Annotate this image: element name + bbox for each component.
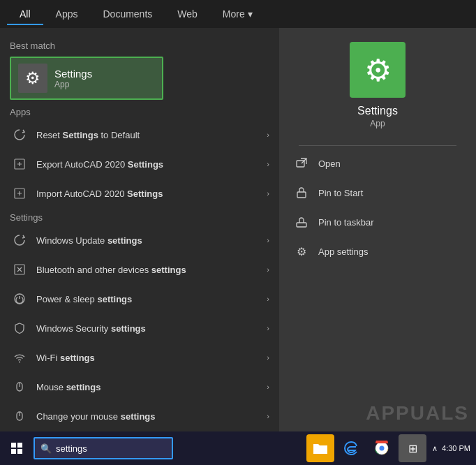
search-icon: 🔍	[40, 443, 52, 454]
wifi-text: Wi-Fi settings	[36, 353, 267, 363]
chevron-right-icon: ›	[267, 265, 269, 274]
chevron-right-icon: ›	[267, 353, 269, 362]
power-icon	[10, 289, 29, 309]
tab-documents[interactable]: Documents	[90, 3, 165, 25]
start-menu: All Apps Documents Web More ▾ Best match…	[0, 0, 476, 431]
svg-point-6	[19, 362, 20, 363]
list-item-import-settings[interactable]: Import AutoCAD 2020 Settings ›	[0, 179, 279, 208]
system-tray: ∧	[432, 444, 438, 453]
mouse-icon	[10, 377, 29, 397]
list-item-reset-settings[interactable]: Reset Settings to Default ›	[0, 120, 279, 149]
import-icon	[10, 184, 29, 203]
list-item-windows-security[interactable]: Windows Security settings ›	[0, 313, 279, 343]
svg-rect-14	[297, 223, 306, 227]
best-match-app-type: App	[54, 80, 92, 89]
chevron-right-icon: ›	[267, 324, 269, 332]
taskbar: 🔍 ⊞ ∧ 4:30 PM	[0, 431, 476, 465]
search-input[interactable]	[56, 443, 154, 454]
nav-tabs: All Apps Documents Web More ▾	[0, 0, 476, 28]
gear-icon: ⚙	[25, 68, 40, 88]
svg-line-12	[302, 159, 306, 164]
list-item-export-settings[interactable]: Export AutoCAD 2020 Settings ›	[0, 149, 279, 179]
best-match-text: Settings App	[54, 68, 92, 89]
list-item-change-mouse[interactable]: Change your mouse settings ›	[0, 401, 279, 431]
bluetooth-icon	[10, 260, 29, 279]
best-match-app-name: Settings	[54, 68, 92, 80]
taskbar-system: ∧ 4:30 PM	[432, 444, 476, 453]
export-icon	[10, 154, 29, 174]
edge-browser-icon[interactable]	[337, 434, 365, 462]
chevron-right-icon: ›	[267, 295, 269, 303]
change-mouse-icon	[10, 406, 29, 426]
settings-section-label: Settings	[0, 208, 279, 226]
wifi-icon	[10, 348, 29, 367]
clock: 4:30 PM	[442, 444, 470, 452]
right-panel-app-name: Settings	[357, 105, 398, 117]
list-item-power-sleep[interactable]: Power & sleep settings ›	[0, 284, 279, 313]
chevron-right-icon: ›	[267, 383, 269, 391]
chevron-down-icon: ▾	[248, 8, 253, 20]
list-item-windows-update[interactable]: Windows Update settings ›	[0, 226, 279, 255]
main-content: Best match ⚙ Settings App Apps Reset Set…	[0, 28, 476, 431]
svg-rect-13	[297, 192, 306, 198]
reset-settings-text: Reset Settings to Default	[36, 130, 267, 140]
settings-large-icon: ⚙	[350, 42, 406, 98]
gear-large-icon: ⚙	[364, 52, 392, 88]
bluetooth-text: Bluetooth and other devices settings	[36, 265, 267, 275]
settings-app-icon: ⚙	[18, 64, 47, 93]
left-panel: Best match ⚙ Settings App Apps Reset Set…	[0, 28, 279, 431]
list-item-mouse[interactable]: Mouse settings ›	[0, 372, 279, 401]
watermark-text: APPUALS	[366, 402, 469, 425]
taskbar-search-box[interactable]: 🔍	[34, 437, 173, 459]
chevron-right-icon: ›	[267, 131, 269, 139]
pin-taskbar-label: Pin to taskbar	[318, 217, 374, 228]
windows-security-text: Windows Security settings	[36, 323, 267, 334]
windows-update-text: Windows Update settings	[36, 235, 267, 246]
reset-icon	[10, 125, 29, 145]
app-settings-label: App settings	[318, 246, 369, 257]
watermark: APPUALS	[366, 402, 469, 425]
pin-start-label: Pin to Start	[318, 188, 363, 198]
svg-point-20	[380, 446, 385, 451]
chevron-right-icon: ›	[267, 412, 269, 420]
svg-rect-16	[17, 443, 22, 448]
power-sleep-text: Power & sleep settings	[36, 294, 267, 304]
pin-start-icon	[293, 184, 310, 201]
svg-rect-15	[11, 443, 16, 448]
best-match-label: Best match	[0, 36, 279, 54]
list-item-bluetooth[interactable]: Bluetooth and other devices settings ›	[0, 255, 279, 284]
tab-apps[interactable]: Apps	[43, 3, 91, 25]
pin-taskbar-icon	[293, 214, 310, 230]
start-button[interactable]	[0, 431, 34, 465]
tab-web[interactable]: Web	[165, 3, 210, 25]
svg-rect-18	[17, 449, 22, 454]
mouse-text: Mouse settings	[36, 382, 267, 392]
windows-update-icon	[10, 230, 29, 250]
import-settings-text: Import AutoCAD 2020 Settings	[36, 189, 267, 199]
taskbar-icons: ⊞	[306, 434, 432, 462]
best-match-item[interactable]: ⚙ Settings App	[10, 57, 163, 100]
action-open[interactable]: Open	[279, 149, 476, 178]
security-icon	[10, 318, 29, 338]
chrome-browser-icon[interactable]	[368, 434, 396, 462]
chevron-right-icon: ›	[267, 189, 269, 198]
change-mouse-text: Change your mouse settings	[36, 411, 267, 422]
calculator-icon[interactable]: ⊞	[399, 434, 426, 462]
file-explorer-icon[interactable]	[306, 434, 334, 462]
list-item-wifi[interactable]: Wi-Fi settings ›	[0, 343, 279, 372]
divider	[299, 145, 456, 146]
svg-rect-17	[11, 449, 16, 454]
app-settings-icon: ⚙	[293, 243, 310, 260]
action-app-settings[interactable]: ⚙ App settings	[279, 237, 476, 266]
action-pin-start[interactable]: Pin to Start	[279, 178, 476, 207]
tab-all[interactable]: All	[7, 3, 43, 25]
right-panel: ⚙ Settings App Open Pin to Start	[279, 28, 476, 431]
open-label: Open	[318, 158, 341, 169]
chevron-right-icon: ›	[267, 236, 269, 244]
tab-more[interactable]: More ▾	[210, 3, 265, 25]
export-settings-text: Export AutoCAD 2020 Settings	[36, 159, 267, 170]
right-panel-app-type: App	[370, 119, 385, 128]
action-pin-taskbar[interactable]: Pin to taskbar	[279, 207, 476, 237]
chevron-right-icon: ›	[267, 160, 269, 168]
apps-section-label: Apps	[0, 103, 279, 120]
